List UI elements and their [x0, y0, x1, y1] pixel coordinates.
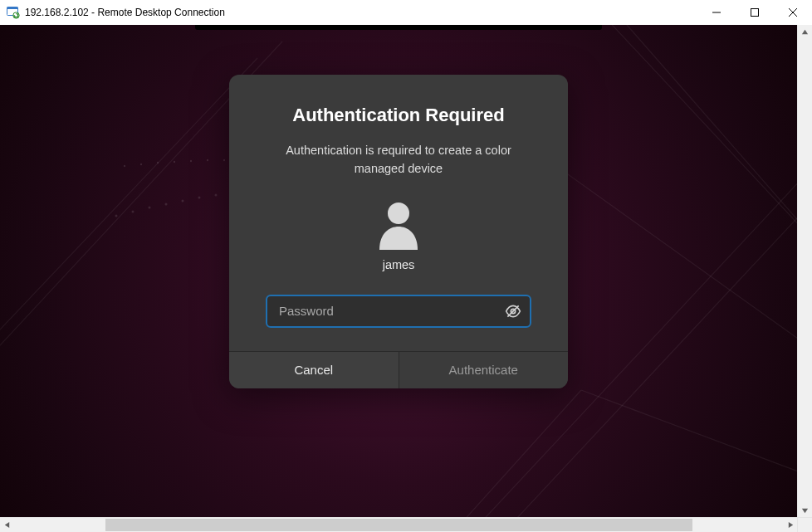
cancel-button[interactable]: Cancel [229, 352, 399, 388]
scroll-corner [797, 517, 812, 532]
svg-point-18 [207, 159, 208, 161]
svg-point-16 [174, 161, 175, 163]
svg-rect-1 [7, 7, 18, 10]
svg-point-8 [182, 200, 184, 203]
scroll-right-icon[interactable] [784, 518, 798, 532]
svg-rect-3 [751, 9, 759, 17]
username-label: james [269, 258, 528, 271]
svg-point-6 [149, 207, 151, 209]
cancel-button-label: Cancel [294, 363, 333, 377]
horizontal-scrollbar[interactable] [0, 517, 812, 532]
maximize-button[interactable] [736, 0, 774, 25]
vertical-scrollbar[interactable] [797, 25, 812, 518]
remote-desktop: Authentication Required Authentication i… [0, 25, 797, 518]
window-titlebar: 192.168.2.102 - Remote Desktop Connectio… [0, 0, 812, 26]
window-title: 192.168.2.102 - Remote Desktop Connectio… [25, 7, 225, 18]
svg-point-10 [215, 194, 218, 197]
rdp-icon [7, 6, 20, 19]
svg-point-9 [198, 197, 201, 199]
svg-point-19 [223, 159, 225, 161]
scroll-up-icon[interactable] [798, 25, 812, 39]
scroll-left-icon[interactable] [0, 518, 14, 532]
remote-connection-bar[interactable] [195, 25, 602, 30]
svg-point-14 [140, 164, 142, 165]
svg-point-5 [132, 211, 135, 213]
svg-point-13 [124, 165, 125, 167]
close-button[interactable] [774, 0, 812, 25]
svg-point-7 [165, 203, 168, 206]
svg-point-17 [190, 160, 192, 162]
authenticate-button[interactable]: Authenticate [399, 352, 569, 388]
toggle-password-visibility-icon[interactable] [501, 300, 525, 323]
window-controls [697, 0, 812, 25]
password-input[interactable] [266, 295, 531, 328]
scroll-down-icon[interactable] [798, 504, 812, 518]
svg-point-21 [388, 203, 409, 224]
minimize-button[interactable] [697, 0, 736, 25]
svg-point-4 [115, 215, 118, 217]
svg-point-15 [157, 162, 159, 164]
dialog-title: Authentication Required [269, 105, 528, 126]
dialog-message: Authentication is required to create a c… [269, 141, 528, 178]
auth-dialog: Authentication Required Authentication i… [229, 75, 568, 388]
authenticate-button-label: Authenticate [449, 363, 518, 377]
horizontal-scroll-thumb[interactable] [105, 519, 692, 531]
user-avatar-icon [269, 200, 528, 250]
